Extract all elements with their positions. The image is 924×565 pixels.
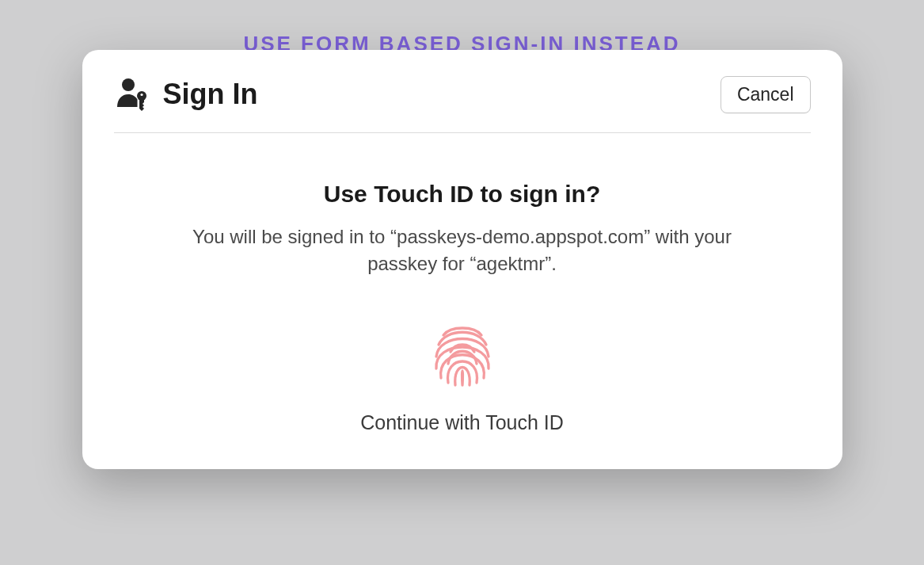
cancel-button[interactable]: Cancel (721, 76, 811, 113)
svg-point-0 (122, 78, 135, 91)
touchid-prompt-description: You will be signed in to “passkeys-demo.… (162, 223, 763, 277)
passkey-icon (114, 75, 152, 113)
touchid-prompt-title: Use Touch ID to sign in? (114, 181, 811, 208)
svg-point-2 (140, 94, 143, 96)
dialog-header: Sign In Cancel (114, 75, 811, 133)
continue-touchid-label: Continue with Touch ID (114, 411, 811, 434)
dialog-title-group: Sign In (114, 75, 258, 113)
signin-dialog: Sign In Cancel Use Touch ID to sign in? … (82, 50, 842, 469)
dialog-body: Use Touch ID to sign in? You will be sig… (114, 133, 811, 434)
dialog-title: Sign In (163, 78, 258, 111)
fingerprint-icon[interactable] (424, 316, 500, 392)
